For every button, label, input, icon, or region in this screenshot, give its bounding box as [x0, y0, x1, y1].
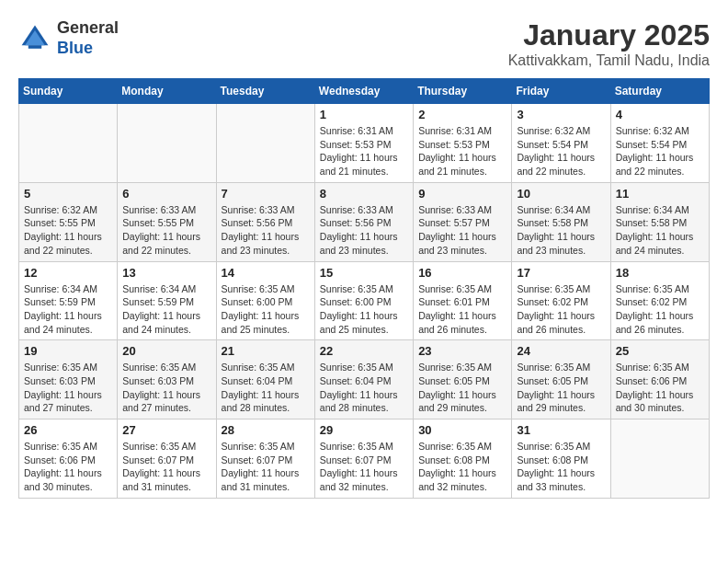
calendar-cell: 14Sunrise: 6:35 AM Sunset: 6:00 PM Dayli… — [216, 261, 314, 340]
day-info: Sunrise: 6:35 AM Sunset: 6:02 PM Dayligh… — [517, 282, 605, 337]
day-info: Sunrise: 6:35 AM Sunset: 6:03 PM Dayligh… — [122, 361, 210, 415]
page-subtitle: Kattivakkam, Tamil Nadu, India — [508, 52, 710, 69]
day-info: Sunrise: 6:34 AM Sunset: 5:58 PM Dayligh… — [616, 203, 704, 258]
day-number: 13 — [122, 266, 210, 280]
day-number: 4 — [616, 108, 704, 121]
day-number: 5 — [24, 187, 112, 201]
day-number: 23 — [418, 344, 506, 358]
day-info: Sunrise: 6:35 AM Sunset: 6:06 PM Dayligh… — [24, 440, 112, 494]
page-title: January 2025 — [508, 18, 710, 52]
day-number: 27 — [122, 423, 210, 437]
calendar-cell: 24Sunrise: 6:35 AM Sunset: 6:05 PM Dayli… — [512, 340, 610, 419]
calendar-cell: 16Sunrise: 6:35 AM Sunset: 6:01 PM Dayli… — [414, 261, 512, 340]
calendar-header-row: SundayMondayTuesdayWednesdayThursdayFrid… — [19, 79, 710, 104]
calendar-week-3: 12Sunrise: 6:34 AM Sunset: 5:59 PM Dayli… — [19, 261, 710, 340]
day-info: Sunrise: 6:34 AM Sunset: 5:59 PM Dayligh… — [122, 282, 210, 337]
day-info: Sunrise: 6:35 AM Sunset: 6:08 PM Dayligh… — [418, 440, 506, 494]
day-number: 25 — [616, 344, 704, 358]
day-number: 26 — [24, 423, 112, 437]
day-number: 14 — [222, 266, 310, 280]
day-number: 12 — [24, 266, 112, 280]
calendar-cell: 25Sunrise: 6:35 AM Sunset: 6:06 PM Dayli… — [610, 340, 709, 419]
calendar-cell: 28Sunrise: 6:35 AM Sunset: 6:07 PM Dayli… — [216, 419, 314, 499]
calendar-table: SundayMondayTuesdayWednesdayThursdayFrid… — [18, 78, 710, 499]
day-info: Sunrise: 6:35 AM Sunset: 6:08 PM Dayligh… — [517, 440, 605, 494]
day-info: Sunrise: 6:35 AM Sunset: 6:02 PM Dayligh… — [616, 282, 704, 337]
day-number: 30 — [418, 423, 506, 437]
day-info: Sunrise: 6:35 AM Sunset: 6:04 PM Dayligh… — [320, 361, 408, 415]
svg-rect-2 — [28, 45, 41, 49]
day-info: Sunrise: 6:34 AM Sunset: 5:58 PM Dayligh… — [517, 203, 605, 258]
day-info: Sunrise: 6:35 AM Sunset: 6:03 PM Dayligh… — [24, 361, 112, 415]
calendar-cell: 9Sunrise: 6:33 AM Sunset: 5:57 PM Daylig… — [414, 182, 512, 261]
day-info: Sunrise: 6:35 AM Sunset: 6:00 PM Dayligh… — [320, 282, 408, 337]
day-number: 20 — [122, 344, 210, 358]
calendar-cell: 29Sunrise: 6:35 AM Sunset: 6:07 PM Dayli… — [314, 419, 413, 499]
day-number: 29 — [320, 423, 408, 437]
day-info: Sunrise: 6:31 AM Sunset: 5:53 PM Dayligh… — [320, 124, 408, 178]
weekday-header-sunday: Sunday — [19, 79, 118, 104]
day-number: 24 — [517, 344, 605, 358]
calendar-cell: 15Sunrise: 6:35 AM Sunset: 6:00 PM Dayli… — [314, 261, 413, 340]
page-header: General Blue January 2025 Kattivakkam, T… — [18, 18, 710, 69]
calendar-cell: 11Sunrise: 6:34 AM Sunset: 5:58 PM Dayli… — [610, 182, 709, 261]
day-info: Sunrise: 6:33 AM Sunset: 5:56 PM Dayligh… — [222, 203, 310, 258]
calendar-cell: 1Sunrise: 6:31 AM Sunset: 5:53 PM Daylig… — [314, 104, 413, 183]
calendar-cell: 31Sunrise: 6:35 AM Sunset: 6:08 PM Dayli… — [512, 419, 610, 499]
calendar-cell: 23Sunrise: 6:35 AM Sunset: 6:05 PM Dayli… — [414, 340, 512, 419]
calendar-cell — [118, 104, 216, 183]
day-info: Sunrise: 6:33 AM Sunset: 5:57 PM Dayligh… — [418, 203, 506, 258]
day-number: 9 — [418, 187, 506, 201]
day-number: 21 — [222, 344, 310, 358]
day-info: Sunrise: 6:35 AM Sunset: 6:05 PM Dayligh… — [517, 361, 605, 415]
calendar-cell: 20Sunrise: 6:35 AM Sunset: 6:03 PM Dayli… — [118, 340, 216, 419]
day-number: 3 — [517, 108, 605, 121]
calendar-cell: 6Sunrise: 6:33 AM Sunset: 5:55 PM Daylig… — [118, 182, 216, 261]
calendar-week-5: 26Sunrise: 6:35 AM Sunset: 6:06 PM Dayli… — [19, 419, 710, 499]
day-number: 22 — [320, 344, 408, 358]
weekday-header-monday: Monday — [118, 79, 216, 104]
weekday-header-tuesday: Tuesday — [216, 79, 314, 104]
calendar-cell: 13Sunrise: 6:34 AM Sunset: 5:59 PM Dayli… — [118, 261, 216, 340]
weekday-header-thursday: Thursday — [414, 79, 512, 104]
day-number: 11 — [616, 187, 704, 201]
day-number: 6 — [122, 187, 210, 201]
title-block: January 2025 Kattivakkam, Tamil Nadu, In… — [508, 18, 710, 69]
day-number: 17 — [517, 266, 605, 280]
day-info: Sunrise: 6:31 AM Sunset: 5:53 PM Dayligh… — [418, 124, 506, 178]
logo-text: General Blue — [57, 18, 119, 58]
calendar-cell — [19, 104, 118, 183]
calendar-cell: 12Sunrise: 6:34 AM Sunset: 5:59 PM Dayli… — [19, 261, 118, 340]
day-info: Sunrise: 6:35 AM Sunset: 6:01 PM Dayligh… — [418, 282, 506, 337]
day-number: 19 — [24, 344, 112, 358]
calendar-week-4: 19Sunrise: 6:35 AM Sunset: 6:03 PM Dayli… — [19, 340, 710, 419]
day-info: Sunrise: 6:35 AM Sunset: 6:05 PM Dayligh… — [418, 361, 506, 415]
day-number: 8 — [320, 187, 408, 201]
day-info: Sunrise: 6:35 AM Sunset: 6:00 PM Dayligh… — [222, 282, 310, 337]
day-number: 31 — [517, 423, 605, 437]
day-number: 16 — [418, 266, 506, 280]
calendar-body: 1Sunrise: 6:31 AM Sunset: 5:53 PM Daylig… — [19, 104, 710, 499]
day-number: 2 — [418, 108, 506, 121]
day-info: Sunrise: 6:35 AM Sunset: 6:07 PM Dayligh… — [320, 440, 408, 494]
day-info: Sunrise: 6:32 AM Sunset: 5:54 PM Dayligh… — [517, 124, 605, 178]
day-info: Sunrise: 6:35 AM Sunset: 6:04 PM Dayligh… — [222, 361, 310, 415]
calendar-cell: 10Sunrise: 6:34 AM Sunset: 5:58 PM Dayli… — [512, 182, 610, 261]
day-info: Sunrise: 6:33 AM Sunset: 5:55 PM Dayligh… — [122, 203, 210, 258]
day-info: Sunrise: 6:35 AM Sunset: 6:07 PM Dayligh… — [222, 440, 310, 494]
calendar-cell: 7Sunrise: 6:33 AM Sunset: 5:56 PM Daylig… — [216, 182, 314, 261]
calendar-week-2: 5Sunrise: 6:32 AM Sunset: 5:55 PM Daylig… — [19, 182, 710, 261]
day-number: 28 — [222, 423, 310, 437]
day-info: Sunrise: 6:34 AM Sunset: 5:59 PM Dayligh… — [24, 282, 112, 337]
day-info: Sunrise: 6:32 AM Sunset: 5:55 PM Dayligh… — [24, 203, 112, 258]
day-number: 15 — [320, 266, 408, 280]
calendar-cell: 30Sunrise: 6:35 AM Sunset: 6:08 PM Dayli… — [414, 419, 512, 499]
day-info: Sunrise: 6:35 AM Sunset: 6:06 PM Dayligh… — [616, 361, 704, 415]
calendar-cell: 5Sunrise: 6:32 AM Sunset: 5:55 PM Daylig… — [19, 182, 118, 261]
day-number: 1 — [320, 108, 408, 121]
calendar-cell — [610, 419, 709, 499]
calendar-cell: 17Sunrise: 6:35 AM Sunset: 6:02 PM Dayli… — [512, 261, 610, 340]
calendar-cell: 22Sunrise: 6:35 AM Sunset: 6:04 PM Dayli… — [314, 340, 413, 419]
calendar-cell: 19Sunrise: 6:35 AM Sunset: 6:03 PM Dayli… — [19, 340, 118, 419]
day-number: 7 — [222, 187, 310, 201]
